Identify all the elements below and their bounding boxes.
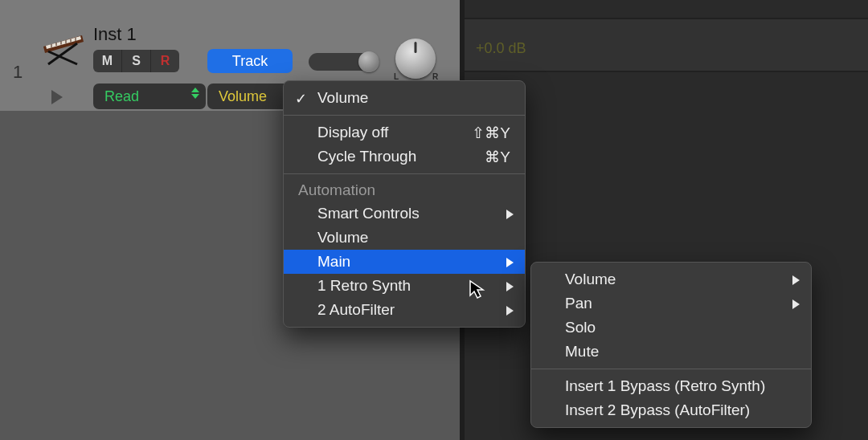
automation-mode-label: Read bbox=[104, 88, 139, 105]
automation-mode-select[interactable]: Read bbox=[93, 84, 206, 109]
submenu-item-mute[interactable]: Mute bbox=[531, 340, 811, 364]
menu-item-main[interactable]: Main bbox=[284, 250, 525, 274]
chevron-right-icon bbox=[506, 210, 514, 219]
check-icon: ✓ bbox=[295, 90, 307, 108]
menu-item-display-off[interactable]: Display off ⇧⌘Y bbox=[284, 120, 525, 145]
menu-label: Smart Controls bbox=[317, 205, 420, 222]
menu-item-volume[interactable]: Volume bbox=[284, 226, 525, 250]
msr-group: M S R bbox=[93, 50, 179, 72]
menu-label: Volume bbox=[565, 271, 616, 288]
volume-thumb[interactable] bbox=[358, 51, 379, 72]
shortcut-label: ⌘Y bbox=[485, 148, 510, 166]
automation-parameter-menu: ✓ Volume Display off ⇧⌘Y Cycle Through ⌘… bbox=[283, 80, 526, 328]
menu-label: 2 AutoFilter bbox=[317, 301, 395, 319]
stepper-icon bbox=[191, 88, 199, 99]
track-automation-label: Track bbox=[232, 53, 268, 70]
track-automation-toggle[interactable]: Track bbox=[207, 49, 293, 73]
menu-label: Display off bbox=[317, 124, 388, 141]
shortcut-label: ⇧⌘Y bbox=[472, 124, 510, 142]
submenu-item-pan[interactable]: Pan bbox=[531, 291, 811, 316]
menu-item-volume-current[interactable]: ✓ Volume bbox=[284, 86, 525, 110]
menu-label: Insert 2 Bypass (AutoFilter) bbox=[565, 401, 750, 419]
submenu-item-solo[interactable]: Solo bbox=[531, 316, 811, 340]
track-number: 1 bbox=[13, 62, 23, 83]
track-name[interactable]: Inst 1 bbox=[93, 24, 137, 45]
menu-separator bbox=[531, 369, 811, 369]
pan-knob[interactable] bbox=[395, 39, 436, 79]
automation-value-label: +0.0 dB bbox=[476, 40, 526, 57]
menu-section-header: Automation bbox=[284, 179, 525, 202]
record-enable-button[interactable]: R bbox=[151, 50, 179, 72]
menu-label: 1 Retro Synth bbox=[317, 277, 411, 295]
submenu-item-insert2-bypass[interactable]: Insert 2 Bypass (AutoFilter) bbox=[531, 398, 811, 422]
menu-item-autofilter[interactable]: 2 AutoFilter bbox=[284, 298, 525, 322]
menu-item-retro-synth[interactable]: 1 Retro Synth bbox=[284, 274, 525, 298]
chevron-right-icon bbox=[506, 258, 514, 267]
chevron-right-icon bbox=[506, 282, 514, 291]
volume-slider[interactable] bbox=[309, 53, 379, 71]
instrument-icon[interactable] bbox=[39, 19, 87, 67]
menu-item-smart-controls[interactable]: Smart Controls bbox=[284, 202, 525, 226]
menu-label: Solo bbox=[565, 319, 596, 336]
lane-border bbox=[465, 71, 868, 72]
chevron-right-icon bbox=[792, 299, 800, 309]
automation-disclosure[interactable] bbox=[51, 90, 63, 104]
menu-label: Volume bbox=[317, 89, 368, 107]
submenu-item-volume[interactable]: Volume bbox=[531, 267, 811, 291]
menu-label: Main bbox=[317, 253, 350, 271]
mute-button[interactable]: M bbox=[93, 50, 122, 72]
menu-separator bbox=[284, 173, 525, 174]
menu-label: Mute bbox=[565, 343, 599, 361]
menu-label: Insert 1 Bypass (Retro Synth) bbox=[565, 377, 765, 395]
automation-main-submenu: Volume Pan Solo Mute Insert 1 Bypass (Re… bbox=[530, 262, 812, 428]
submenu-item-insert1-bypass[interactable]: Insert 1 Bypass (Retro Synth) bbox=[531, 374, 811, 398]
menu-label: Cycle Through bbox=[317, 148, 416, 165]
solo-button[interactable]: S bbox=[122, 50, 151, 72]
menu-item-cycle-through[interactable]: Cycle Through ⌘Y bbox=[284, 145, 525, 169]
menu-separator bbox=[284, 115, 525, 116]
menu-label: Pan bbox=[565, 295, 592, 312]
chevron-right-icon bbox=[506, 306, 514, 316]
automation-parameter-label: Volume bbox=[219, 88, 267, 105]
chevron-right-icon bbox=[792, 275, 800, 285]
menu-label: Volume bbox=[317, 229, 368, 246]
